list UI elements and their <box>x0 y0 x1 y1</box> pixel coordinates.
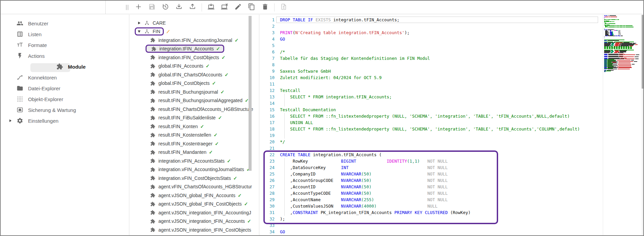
code-line[interactable]: 4GO <box>259 36 603 42</box>
code-line[interactable]: 8 <box>259 62 603 68</box>
tree-item[interactable]: result.tFIN_Mandanten✓ <box>129 148 259 157</box>
tree-item[interactable]: agent.vJSON_integration_tFIN_Accounts✓ <box>129 217 259 226</box>
code-line[interactable]: 34GO <box>259 229 603 235</box>
duplicate-button[interactable] <box>247 2 257 13</box>
code-line[interactable]: 9Saxess Software GmbH <box>259 68 603 74</box>
edit-button[interactable] <box>233 2 243 13</box>
tree-item-label: agent.vJSON_integration_tFIN_Accounts <box>158 218 245 224</box>
tree-item[interactable]: integration.tFIN_CostObjects✓ <box>129 53 259 62</box>
code-line[interactable]: 30 ,CustomValuesJSON NVARCHAR(4000) NULL <box>259 203 603 209</box>
download-button[interactable] <box>174 2 184 13</box>
tree-item[interactable]: agent.vJSON_global_tFIN_Accounts✓ <box>129 191 259 200</box>
code-line[interactable]: 28 ,AccountTypeCODE NVARCHAR(50) NOT NUL… <box>259 190 603 196</box>
tree-item[interactable]: agent.vJSON_integration_tFIN_AccountingJ <box>129 208 259 217</box>
tree-scrollbar-thumb[interactable] <box>249 16 252 171</box>
tree-item[interactable]: global.tFIN_CostObjects✓ <box>129 79 259 88</box>
code-line[interactable]: 33 <box>259 222 603 229</box>
sidebar-item-module[interactable]: Module <box>1 61 129 72</box>
folder-icon <box>17 85 23 92</box>
tree-item[interactable]: integration.vFIN_AccountsStats✓ <box>129 157 259 165</box>
code-line[interactable]: 23 RowKey BIGINT IDENTITY(1,1) NOT NULL <box>259 158 603 164</box>
tree-scrollbar[interactable] <box>249 15 252 235</box>
code-line[interactable]: 21 <box>259 145 603 151</box>
save-icon <box>148 3 156 12</box>
sidebar-item-sicherung-wartung[interactable]: Sicherung & Wartung <box>1 104 129 115</box>
code-line[interactable]: 20*/ <box>259 139 603 145</box>
puzzle-icon <box>150 115 155 120</box>
code-line[interactable]: 27 ,AccountID NVARCHAR(50) NOT NULL <box>259 184 603 190</box>
code-text: GO <box>280 36 285 42</box>
sidebar-item-listen[interactable]: Listen <box>1 29 129 40</box>
tree-item[interactable]: result.tFIN_Konten✓ <box>129 122 259 131</box>
tree-group-care[interactable]: CARE <box>129 19 259 27</box>
chevron-right-icon[interactable] <box>137 22 141 24</box>
code-line[interactable]: 18 SELECT * FROM ::fn_listextendedproper… <box>259 126 603 132</box>
code-line[interactable]: 17 UNION ALL <box>259 119 603 126</box>
expand-arrow-icon[interactable] <box>9 119 11 122</box>
tree-item[interactable]: integration.tFIN_Accounts✓ <box>129 45 259 53</box>
code-line[interactable]: 3PRINT(N'Creating table integration.tFIN… <box>259 29 603 36</box>
code-line[interactable]: 26 ,AccountGroupCODE NVARCHAR(50) NOT NU… <box>259 177 603 184</box>
code-line[interactable]: 14 <box>259 100 603 107</box>
line-number: 19 <box>259 132 275 139</box>
tree-item-label: result.tFIN_BuchungsjournalAggregated <box>158 98 242 103</box>
drag-handle-icon[interactable] <box>126 5 128 10</box>
sidebar-item-objekt-explorer[interactable]: Objekt-Explorer <box>1 94 129 104</box>
history-button[interactable] <box>160 2 171 13</box>
tree-item[interactable]: result.tFIN_Kostentraeger✓ <box>129 139 259 148</box>
tree-group-fin[interactable]: FIN <box>129 27 259 36</box>
code-line[interactable]: 32); <box>259 216 603 222</box>
tree-item[interactable]: result.tFIN_ChartsOfAccounts_HGBStructur… <box>129 105 259 114</box>
code-text: Tabelle für das Staging der Kontendefini… <box>280 55 430 62</box>
chevron-down-icon[interactable] <box>137 30 141 33</box>
tree-item[interactable]: result.tFIN_Kostenstellen✓ <box>129 131 259 140</box>
delete-button[interactable] <box>260 2 270 13</box>
tree-item[interactable]: global.tFIN_Accounts✓ <box>129 62 259 71</box>
sidebar-item-konnektoren[interactable]: Konnektoren <box>1 72 129 83</box>
undeploy-button[interactable] <box>220 2 230 13</box>
sidebar-item-formate[interactable]: Formate <box>1 40 129 50</box>
code-line[interactable]: 7Tabelle für das Staging der Kontendefin… <box>259 55 603 62</box>
code-line[interactable]: 10Zuletzt modifiziert: 04/2024 for OCT 5… <box>259 74 603 81</box>
editor-minimap[interactable] <box>603 15 642 235</box>
sidebar-item-datei-explorer[interactable]: Datei-Explorer <box>1 83 129 94</box>
upload-button[interactable] <box>187 2 198 13</box>
code-line[interactable]: 5 <box>259 42 603 49</box>
code-line[interactable]: 1DROP TABLE IF EXISTS integration.tFIN_A… <box>259 17 603 23</box>
code-line[interactable]: 13 SELECT * FROM integration.tFIN_Accoun… <box>259 94 603 100</box>
code-line[interactable]: 31 ,CONSTRAINT PK_integration_tFIN_Accou… <box>259 209 603 216</box>
code-line[interactable]: 15Testcall Documentation <box>259 107 603 113</box>
deploy-button[interactable] <box>206 2 216 13</box>
editor-scrollbar[interactable] <box>642 15 643 235</box>
doc-diff-icon <box>280 3 287 12</box>
tree-item[interactable]: result.tFIN_FiBuSaldenliste✓ <box>129 114 259 122</box>
code-line[interactable]: 11 <box>259 81 603 87</box>
code-line[interactable]: 29 ,AccountName NVARCHAR(255) NOT NULL <box>259 196 603 203</box>
tree-item[interactable]: global.tFIN_ChartsOfAccounts✓ <box>129 70 259 79</box>
code-line[interactable]: 25 ,CompanyID NVARCHAR(50) NOT NULL <box>259 171 603 177</box>
code-line[interactable]: 16 SELECT * FROM ::fn_listextendedproper… <box>259 113 603 119</box>
sql-editor[interactable]: 1DROP TABLE IF EXISTS integration.tFIN_A… <box>259 15 603 235</box>
code-line[interactable]: 2 <box>259 23 603 29</box>
tree-item[interactable]: integration.vFIN_AccountingJournalStats✓ <box>129 165 259 174</box>
editor-scrollbar-thumb[interactable] <box>642 15 643 89</box>
sidebar-item-benutzer[interactable]: Benutzer <box>1 18 129 29</box>
tree-item[interactable]: agent.vJSON_global_tFIN_CostObjects✓ <box>129 200 259 209</box>
line-number: 20 <box>259 139 275 145</box>
sidebar-item-actions[interactable]: Actions <box>1 50 129 61</box>
tree-item[interactable]: integration.vFIN_CostObjectsStats✓ <box>129 174 259 183</box>
code-line[interactable]: 12Testcall <box>259 87 603 94</box>
tree-item[interactable]: agent.vFIN_ChartsOfAccounts_HGBStructur <box>129 183 259 191</box>
add-button[interactable] <box>133 2 144 13</box>
tree-item-label: result.tFIN_Buchungsjournal <box>158 89 218 95</box>
sidebar-item-einstellungen[interactable]: Einstellungen <box>1 115 129 126</box>
bolt-icon <box>17 52 23 59</box>
code-line[interactable]: 22CREATE TABLE integration.tFIN_Accounts… <box>259 151 603 158</box>
tree-item[interactable]: integration.tFIN_AccountingJournal✓ <box>129 36 259 45</box>
tree-item[interactable]: agent.vJSON_integration_tFIN_CostObjects <box>129 226 259 234</box>
code-line[interactable]: 24 ,DataSourceKey INT NOT NULL <box>259 164 603 171</box>
code-line[interactable]: 19 <box>259 132 603 139</box>
tree-item[interactable]: result.tFIN_BuchungsjournalAggregated✓ <box>129 96 259 105</box>
tree-item[interactable]: result.tFIN_Buchungsjournal✓ <box>129 88 259 96</box>
code-line[interactable]: 6/* <box>259 49 603 55</box>
